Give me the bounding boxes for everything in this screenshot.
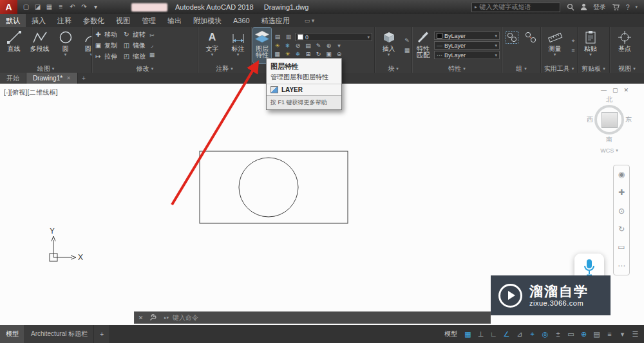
tab-addins[interactable]: 附加模块 — [187, 14, 227, 27]
chevron-down-icon[interactable]: ▾ — [589, 52, 592, 57]
match-properties-button[interactable]: 特性匹配 — [414, 28, 432, 63]
drawing1-tab[interactable]: Drawing1*✕ — [26, 73, 78, 84]
lineweight-display-icon[interactable]: ± — [552, 328, 564, 340]
new-file-icon[interactable]: ▢ — [21, 0, 31, 14]
annotation-visibility-icon[interactable]: ▤ — [591, 328, 603, 340]
panel-title-annotation[interactable]: 注释▾ — [198, 64, 251, 73]
tab-view[interactable]: 视图 — [110, 14, 136, 27]
dimension-button[interactable]: 标注 ▾ — [226, 28, 250, 63]
search-icon[interactable] — [567, 3, 574, 11]
create-block-icon[interactable]: ✎ — [402, 37, 412, 44]
layer-tool-icon[interactable]: ⊝ — [335, 51, 343, 58]
redo-icon[interactable]: ↷ — [79, 0, 89, 14]
pan-icon[interactable]: ✚ — [618, 188, 625, 197]
insert-block-button[interactable]: 插入 ▾ — [377, 28, 401, 63]
tab-output[interactable]: 输出 — [162, 14, 187, 27]
architectural-layout-tab[interactable]: Architectural 标题栏 — [25, 325, 94, 343]
customization-menu-icon[interactable]: ☰ — [629, 328, 641, 340]
ribbon-display-toggle-icon[interactable]: ▭ ▾ — [305, 14, 315, 27]
isodraft-icon[interactable]: ⊿ — [513, 328, 526, 340]
login-label[interactable]: 登录 — [593, 3, 606, 12]
linetype-dropdown[interactable]: ⋯ ByLayer ▾ — [434, 51, 500, 59]
layer-tool-icon[interactable]: ⊞ — [304, 51, 312, 58]
layer-tool-icon[interactable]: ❄ — [294, 51, 302, 58]
viewcube-south-label[interactable]: 南 — [583, 135, 635, 144]
recent-commands-icon[interactable]: ▸▾ — [164, 315, 169, 320]
layer-tool-icon[interactable]: ▣ — [325, 51, 333, 58]
tab-featured-apps[interactable]: 精选应用 — [256, 14, 296, 27]
showmotion-icon[interactable]: ▭ — [618, 243, 625, 252]
object-snap-icon[interactable]: ⌖ — [526, 328, 538, 340]
tab-parametric[interactable]: 参数化 — [77, 14, 110, 27]
viewcube-compass-ring[interactable] — [594, 105, 624, 134]
object-snap-tracking-icon[interactable]: ◎ — [539, 328, 551, 340]
ucs-icon[interactable]: Y X — [45, 227, 86, 266]
base-point-button[interactable]: 基点 — [612, 28, 638, 63]
selection-cycling-icon[interactable]: ⊕ — [578, 328, 590, 340]
plot-icon[interactable]: ≡ — [56, 0, 66, 14]
undo-icon[interactable]: ↶ — [68, 0, 77, 14]
tab-manage[interactable]: 管理 — [136, 14, 162, 27]
save-file-icon[interactable]: ▦ — [44, 0, 54, 14]
array-icon[interactable]: ▦ — [147, 51, 156, 59]
command-prompt-text[interactable]: 键入命令 — [173, 313, 198, 322]
ungroup-button[interactable] — [522, 28, 539, 63]
polyline-button[interactable]: 多段线 — [28, 28, 52, 63]
panel-title-utilities[interactable]: 实用工具▾ — [541, 64, 577, 73]
qat-dropdown-icon[interactable]: ▾ — [91, 0, 100, 14]
trim-icon[interactable]: ✂ — [147, 32, 156, 39]
rotate-button[interactable]: ↻旋转 — [122, 29, 146, 40]
stretch-button[interactable]: ↦拉伸 — [94, 51, 117, 62]
layer-freeze-icon[interactable]: ❄ — [283, 42, 292, 50]
panel-title-draw[interactable]: 绘图▾ — [0, 64, 91, 73]
chevron-down-icon[interactable]: ▾ — [554, 52, 556, 57]
copy-button[interactable]: ▣复制 — [94, 40, 117, 51]
scale-button[interactable]: ◰缩放 — [122, 51, 146, 62]
viewcube-west-label[interactable]: 西 — [587, 115, 593, 124]
add-layout-button[interactable]: + — [94, 325, 110, 343]
layer-tool-icon[interactable]: ↻ — [314, 51, 323, 58]
wcs-dropdown[interactable]: WCS▾ — [583, 147, 635, 154]
layer-off-icon[interactable]: ☀ — [273, 42, 281, 50]
workspace-switching-icon[interactable]: ≡ — [603, 328, 616, 340]
fillet-icon[interactable]: ◞ — [147, 42, 156, 49]
object-color-dropdown[interactable]: ByLayer ▾ — [434, 32, 500, 40]
polar-tracking-icon[interactable]: ∠ — [500, 328, 513, 340]
layer-tool-icon[interactable]: ▤ — [304, 42, 312, 50]
layer-tool-icon[interactable]: ✎ — [314, 42, 323, 50]
viewcube[interactable]: 北 西 东 南 WCS▾ — [583, 95, 635, 154]
viewcube-north-label[interactable]: 北 — [583, 95, 635, 104]
panel-title-block[interactable]: 块▾ — [375, 64, 412, 73]
customize-command-line-icon[interactable] — [147, 314, 159, 321]
line-button[interactable]: 直线 — [2, 28, 26, 63]
panel-title-modify[interactable]: 修改▾ — [92, 64, 198, 73]
arc-button[interactable]: 圆弧 ▾ — [79, 28, 91, 63]
group-button[interactable] — [504, 28, 520, 63]
open-file-icon[interactable]: ◪ — [33, 0, 43, 14]
tab-a360[interactable]: A360 — [227, 14, 256, 27]
chevron-down-icon[interactable]: ▾ — [64, 52, 67, 57]
signin-person-icon[interactable] — [580, 3, 587, 11]
autocad-logo-button[interactable]: A — [0, 0, 17, 14]
help-icon[interactable]: ? — [626, 4, 630, 11]
text-button[interactable]: A 文字 ▾ — [200, 28, 224, 63]
grid-toggle-icon[interactable]: ▦ — [462, 328, 474, 340]
annotation-scale-icon[interactable]: ▾ — [616, 328, 629, 340]
mirror-button[interactable]: ◫镜像 — [122, 40, 146, 51]
layer-state-icon[interactable]: ▤ — [273, 33, 282, 41]
move-button[interactable]: ✚移动 — [94, 29, 117, 40]
viewcube-east-label[interactable]: 东 — [625, 115, 632, 124]
close-command-line-icon[interactable]: ✕ — [135, 315, 147, 321]
search-box[interactable]: ▸ 键入关键字或短语 — [471, 3, 560, 12]
model-space-label[interactable]: 模型 — [444, 329, 457, 338]
chevron-down-icon[interactable]: ▾ — [335, 42, 343, 50]
zoom-icon[interactable]: ⊙ — [618, 207, 625, 216]
viewcube-top-face[interactable] — [601, 112, 618, 128]
lineweight-dropdown[interactable]: — ByLayer ▾ — [434, 41, 500, 50]
quick-select-icon[interactable]: ≡ — [569, 47, 577, 54]
ortho-toggle-icon[interactable]: ∟ — [488, 328, 500, 340]
chevron-down-icon[interactable]: ▾ — [90, 52, 91, 57]
snap-toggle-icon[interactable]: ⊥ — [475, 328, 487, 340]
layer-tool-icon[interactable]: ☀ — [283, 51, 292, 58]
tab-annotate[interactable]: 注释 — [52, 14, 77, 27]
